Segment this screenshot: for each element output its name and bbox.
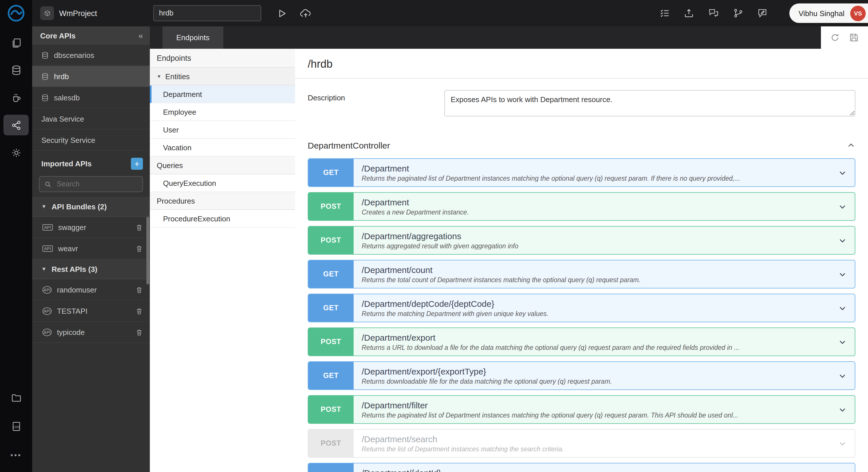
chevron-down-icon[interactable] [830,328,855,356]
chevron-down-icon[interactable] [830,159,855,187]
app-logo-icon[interactable] [0,0,32,26]
delete-icon[interactable] [135,224,143,231]
database-icon [41,94,49,101]
api-icon: API [42,307,52,314]
endpoint-card[interactable]: GET/Department/countReturns the total co… [308,260,856,289]
apis-icon[interactable] [3,115,29,135]
delete-icon[interactable] [135,307,143,314]
chevron-down-icon[interactable] [830,294,855,322]
endpoint-card[interactable]: GET/Department/deptCode/{deptCode}Return… [308,294,856,322]
left-icon-rail: LOG ••• [0,0,32,472]
add-imported-api-button[interactable]: + [131,158,143,169]
tree-section-entities[interactable]: ▼Entities [150,68,295,86]
endpoint-body: /DepartmentCreates a new Department inst… [353,193,830,220]
run-play-button[interactable] [276,8,287,19]
endpoint-card[interactable]: POST/Department/searchReturns the list o… [308,429,856,458]
sidebar-item-dbscenarios[interactable]: dbscenarios [32,45,150,66]
delete-icon[interactable] [135,328,143,336]
delete-icon[interactable] [135,286,143,293]
chevron-down-icon[interactable] [830,362,855,390]
chevron-up-icon[interactable] [847,141,856,150]
chevron-down-icon[interactable] [830,193,855,220]
group-header-api-bundles-2-[interactable]: ▼API Bundles (2) [32,197,150,217]
tab-endpoints[interactable]: Endpoints [162,26,223,49]
endpoint-path: /Department/{deptId} [362,468,830,472]
pages-icon[interactable] [3,32,29,53]
endpoint-card[interactable]: GET/Department/{deptId}Returns the Depar… [308,463,856,472]
sidebar-item-weavr[interactable]: APIweavr [32,238,150,259]
database-icon [41,51,49,59]
chevron-down-icon[interactable] [830,260,855,288]
method-badge: GET [308,463,353,472]
sidebar-item-randomuser[interactable]: APIrandomuser [32,279,150,301]
sidebar-scrollbar[interactable] [146,217,149,284]
collapse-sidebar-button[interactable]: « [137,31,144,40]
chevron-down-icon[interactable] [830,227,855,254]
sidebar-search-input[interactable] [56,179,138,189]
endpoint-description: Returns the list of Department instances… [362,446,830,452]
endpoint-path: /Department [362,197,830,207]
method-badge: GET [308,294,353,322]
sidebar-item-typicode[interactable]: APItypicode [32,322,150,343]
run-group [276,8,312,19]
main-content: /hrdb Description Exposes APIs to work w… [295,49,868,472]
export-icon[interactable] [684,8,694,19]
settings-gear-icon[interactable] [3,142,29,163]
tree-item-procedureexecution[interactable]: ProcedureExecution [150,210,295,228]
sidebar-header: Core APIs « [32,26,150,45]
sidebar-item-swagger[interactable]: APIswagger [32,217,150,238]
endpoint-card[interactable]: POST/Department/filterReturns the pagina… [308,395,856,424]
topbar-search-input[interactable] [153,5,261,21]
more-icon[interactable]: ••• [3,444,29,465]
tree-item-department[interactable]: Department [150,86,295,103]
search-icon [44,180,52,188]
endpoint-card[interactable]: GET/Department/export/{exportType}Return… [308,361,856,390]
sidebar-item-security-service[interactable]: Security Service [32,130,150,151]
sidebar-item-label: typicode [57,328,85,336]
user-menu[interactable]: Vibhu Singhal VS [789,3,868,23]
chevron-down-icon[interactable] [830,396,855,423]
tree-item-employee[interactable]: Employee [150,103,295,121]
tree-item-user[interactable]: User [150,121,295,139]
sidebar-item-label: randomuser [57,285,97,294]
chevron-down-icon[interactable] [830,463,855,472]
endpoint-card[interactable]: POST/Department/aggregationsReturns aggr… [308,226,856,255]
delete-icon[interactable] [135,245,143,252]
tree-item-vacation[interactable]: Vacation [150,139,295,157]
tree-item-queryexecution[interactable]: QueryExecution [150,174,295,192]
endpoint-description: Returns downloadable file for the data m… [362,378,830,385]
markup-list-icon[interactable] [660,8,670,19]
git-branch-icon[interactable] [733,8,743,19]
topbar-actions: Vibhu Singhal VS [660,3,868,23]
endpoint-path: /Department/search [362,434,830,444]
database-icon[interactable] [3,60,29,80]
tree-section-procedures[interactable]: Procedures [150,192,295,210]
endpoint-card[interactable]: GET/DepartmentReturns the paginated list… [308,158,856,187]
method-badge: GET [308,260,353,288]
endpoint-card[interactable]: POST/DepartmentCreates a new Department … [308,192,856,221]
folder-icon[interactable] [3,387,29,408]
sidebar-item-label: dbscenarios [54,51,94,59]
logs-icon[interactable]: LOG [3,416,29,436]
endpoint-card[interactable]: POST/Department/exportReturns a URL to d… [308,328,856,356]
sidebar-item-hrdb[interactable]: hrdb [32,66,150,87]
project-switcher[interactable]: WmProject [32,6,105,20]
chevron-down-icon[interactable] [830,430,855,457]
endpoint-path: /Department/aggregations [362,231,830,241]
user-avatar: VS [850,5,866,21]
refresh-button[interactable] [830,33,840,42]
tree-section-queries[interactable]: Queries [150,157,295,174]
sidebar-item-java-service[interactable]: Java Service [32,108,150,130]
java-service-icon[interactable] [3,87,29,108]
endpoints-tree: ▼EntitiesDepartmentEmployeeUserVacationQ… [150,68,295,228]
sidebar-item-label: Java Service [41,114,84,123]
cloud-deploy-button[interactable] [300,8,312,19]
sidebar-item-salesdb[interactable]: salesdb [32,87,150,108]
save-button[interactable] [849,33,859,42]
chat-icon[interactable] [708,8,719,19]
description-input[interactable]: Exposes APIs to work with Department res… [444,90,856,116]
feedback-icon[interactable] [757,8,768,19]
sidebar-search[interactable] [39,176,143,192]
sidebar-item-testapi[interactable]: APITESTAPI [32,301,150,322]
group-header-rest-apis-3-[interactable]: ▼Rest APIs (3) [32,259,150,279]
